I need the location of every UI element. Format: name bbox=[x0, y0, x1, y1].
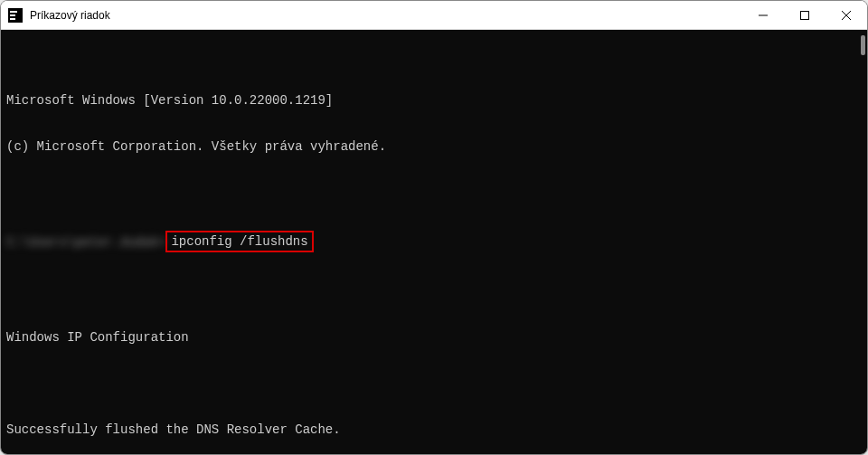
terminal-line: Successfully flushed the DNS Resolver Ca… bbox=[6, 422, 862, 438]
window-title: Príkazový riadok bbox=[30, 9, 742, 22]
command-prompt-window: Príkazový riadok Microsoft Windows [Vers… bbox=[0, 0, 868, 455]
terminal-line: Microsoft Windows [Version 10.0.22000.12… bbox=[6, 93, 862, 109]
terminal-line bbox=[6, 376, 862, 392]
terminal-line bbox=[6, 185, 862, 201]
terminal-line bbox=[6, 284, 862, 299]
cmd-icon bbox=[8, 8, 23, 23]
svg-rect-1 bbox=[801, 11, 809, 19]
terminal-output[interactable]: Microsoft Windows [Version 10.0.22000.12… bbox=[1, 30, 867, 454]
terminal-line: (c) Microsoft Corporation. Všetky práva … bbox=[6, 139, 862, 155]
close-button[interactable] bbox=[826, 1, 867, 29]
window-controls bbox=[742, 1, 867, 29]
command-highlight: ipconfig /flushdns bbox=[165, 231, 313, 252]
scrollbar-thumb[interactable] bbox=[861, 35, 865, 55]
terminal-command-line: C:\Users\peter.dudak>ipconfig /flushdns bbox=[6, 232, 862, 253]
maximize-button[interactable] bbox=[784, 1, 826, 29]
terminal-line: Windows IP Configuration bbox=[6, 330, 862, 346]
redacted-prompt: C:\Users\peter.dudak> bbox=[6, 235, 165, 251]
minimize-button[interactable] bbox=[742, 1, 784, 29]
titlebar[interactable]: Príkazový riadok bbox=[1, 1, 867, 30]
